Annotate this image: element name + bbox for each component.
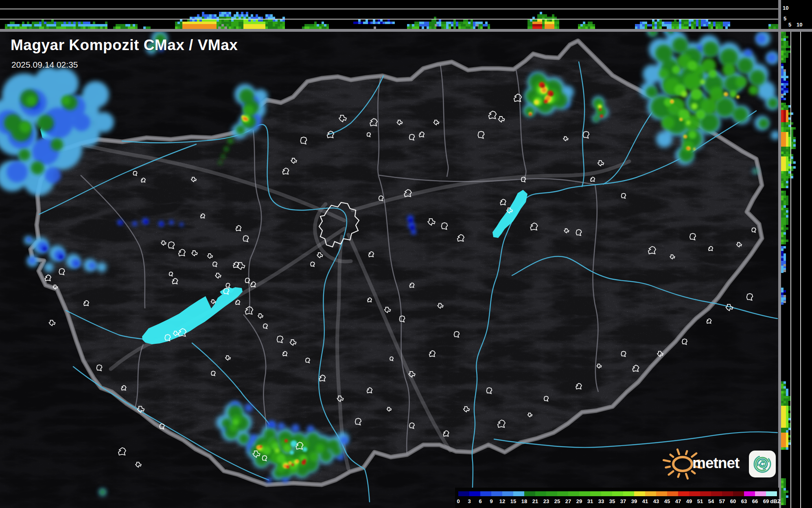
legend-color-bar — [458, 491, 777, 496]
map-area — [0, 0, 812, 508]
legend-tick: 29 — [576, 498, 582, 504]
legend-swatch — [601, 491, 612, 496]
top-axis-5km-label: 5 — [784, 16, 786, 21]
legend-swatch — [469, 491, 480, 496]
legend-swatch — [733, 491, 744, 496]
legend-tick: 15 — [510, 498, 516, 504]
top-axis-10km-label: 10 — [783, 5, 788, 11]
legend-swatch — [722, 491, 733, 496]
right-axis-10km-label: 10 — [797, 22, 802, 27]
legend-swatch — [546, 491, 557, 496]
legend-tick: 33 — [598, 498, 604, 504]
legend-swatch — [568, 491, 579, 496]
legend-tick: 63 — [741, 498, 747, 504]
legend-tick: 6 — [479, 498, 482, 504]
dbz-color-legend: 0369121518212325272931333537394143454749… — [455, 488, 779, 508]
legend-swatch — [579, 491, 590, 496]
legend-swatch — [502, 491, 513, 496]
legend-swatch — [766, 491, 777, 496]
radar-map-canvas — [0, 0, 812, 508]
legend-swatch — [700, 491, 711, 496]
legend-tick: 3 — [468, 498, 471, 504]
legend-tick: 0 — [457, 498, 460, 504]
legend-tick: 12 — [499, 498, 505, 504]
legend-swatch — [612, 491, 623, 496]
legend-swatch — [590, 491, 601, 496]
legend-tick: 69 — [763, 498, 769, 504]
legend-tick: 23 — [543, 498, 549, 504]
legend-swatch — [480, 491, 491, 496]
legend-tick: 27 — [565, 498, 571, 504]
legend-swatch — [458, 491, 469, 496]
legend-unit: dBZ — [770, 498, 780, 504]
legend-tick: 66 — [752, 498, 758, 504]
legend-tick: 37 — [620, 498, 626, 504]
legend-tick: 39 — [631, 498, 637, 504]
legend-swatch — [744, 491, 755, 496]
legend-tick: 54 — [708, 498, 714, 504]
legend-tick: 41 — [642, 498, 648, 504]
page-title: Magyar Kompozit CMax / VMax — [11, 37, 238, 54]
legend-swatch — [656, 491, 667, 496]
legend-swatch — [557, 491, 568, 496]
radar-composite-screen: Magyar Kompozit CMax / VMax 2025.09.14 0… — [0, 0, 812, 508]
legend-tick: 51 — [697, 498, 703, 504]
legend-swatch — [667, 491, 678, 496]
legend-tick: 31 — [587, 498, 593, 504]
legend-swatch — [513, 491, 524, 496]
legend-swatch — [535, 491, 546, 496]
legend-swatch — [524, 491, 535, 496]
brand-name: metnet — [692, 455, 739, 472]
legend-swatch — [491, 491, 502, 496]
legend-tick: 57 — [719, 498, 725, 504]
legend-tick: 35 — [609, 498, 615, 504]
legend-swatch — [755, 491, 766, 496]
vertical-divider — [778, 0, 781, 508]
legend-tick: 43 — [653, 498, 659, 504]
legend-tick: 60 — [730, 498, 736, 504]
legend-tick: 47 — [675, 498, 681, 504]
right-axis-5km-label: 5 — [788, 22, 791, 27]
legend-tick: 49 — [686, 498, 692, 504]
legend-tick: 18 — [521, 498, 527, 504]
legend-tick: 25 — [554, 498, 560, 504]
legend-swatch — [623, 491, 634, 496]
timestamp: 2025.09.14 02:35 — [11, 60, 78, 70]
legend-swatch — [678, 491, 689, 496]
legend-swatch — [634, 491, 645, 496]
legend-tick: 9 — [490, 498, 492, 504]
legend-swatch — [711, 491, 722, 496]
app-icon-tile — [749, 451, 776, 477]
legend-swatch — [689, 491, 700, 496]
legend-tick: 45 — [664, 498, 670, 504]
legend-tick: 21 — [532, 498, 538, 504]
legend-swatch — [645, 491, 656, 496]
horizontal-divider — [0, 29, 812, 32]
